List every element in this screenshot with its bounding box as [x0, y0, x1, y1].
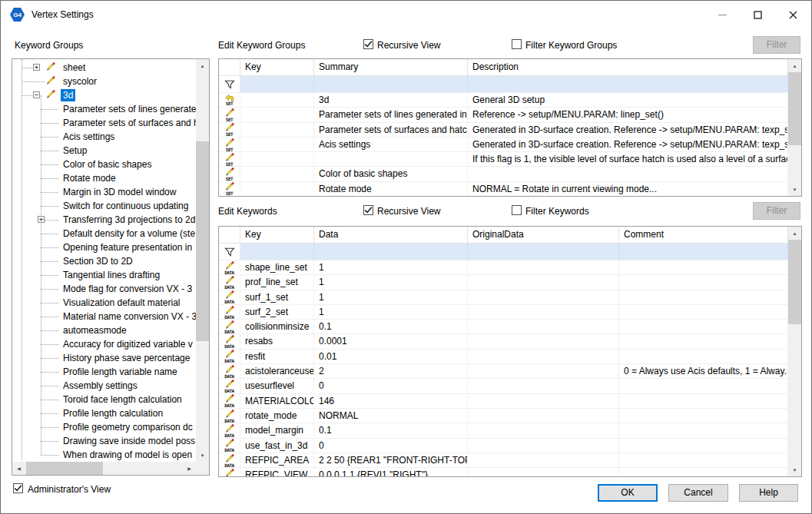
- tree-item[interactable]: Setup: [12, 144, 196, 158]
- tree-item[interactable]: Acis settings: [12, 130, 196, 144]
- column-header-data[interactable]: Data: [314, 227, 468, 243]
- table-row[interactable]: DATAsurf_2_set1: [219, 305, 788, 320]
- tree-vertical-scrollbar[interactable]: ▲ ▼: [196, 59, 209, 462]
- table-row[interactable]: DATAshape_line_set1: [219, 260, 788, 275]
- table-row[interactable]: SETParameter sets of surfaces and hatche…: [219, 123, 788, 138]
- recursive-view-groups-checkbox[interactable]: [363, 39, 373, 49]
- table-row[interactable]: DATAprof_line_set1: [219, 275, 788, 290]
- table-row[interactable]: DATAsurf_1_set1: [219, 290, 788, 305]
- table-row[interactable]: DATAMATERIALCOLOR146: [219, 394, 788, 409]
- table-row[interactable]: DATAcollisionminsize0.1: [219, 320, 788, 334]
- table-row[interactable]: DATAREFPIC_AREA2 2 50 {REAR1 "FRONT-RIGH…: [219, 453, 788, 468]
- tree-item[interactable]: Assembly settings: [12, 379, 196, 393]
- table-row[interactable]: DATAresabs0.0001: [219, 334, 788, 349]
- table-row[interactable]: SETRotate modeNORMAL = Rotate in current…: [219, 182, 788, 196]
- scroll-right-icon[interactable]: ▶: [183, 462, 196, 475]
- filter-input-cell[interactable]: [314, 244, 468, 260]
- tree-item[interactable]: Section 3D to 2D: [12, 254, 196, 268]
- filter-input-cell[interactable]: [240, 76, 314, 92]
- scrollbar-thumb[interactable]: [26, 462, 103, 475]
- tree-item[interactable]: Profile length variable name: [12, 365, 196, 379]
- tree-connector: [41, 192, 58, 193]
- tree-item[interactable]: When drawing of model is open: [12, 448, 196, 462]
- tree-item[interactable]: Parameter sets of lines generate: [12, 102, 196, 116]
- scroll-down-icon[interactable]: ▼: [196, 449, 209, 462]
- table-row[interactable]: DATAmodel_margin0.1: [219, 423, 788, 438]
- table-row[interactable]: DATArotate_modeNORMAL: [219, 409, 788, 423]
- filter-keyword-groups-checkbox[interactable]: [512, 39, 522, 49]
- tree-item[interactable]: automeasmode: [12, 323, 196, 337]
- tree-item[interactable]: Accuracy for digitized variable v: [12, 337, 196, 351]
- cell: [468, 350, 619, 363]
- column-header-comment[interactable]: Comment: [619, 227, 788, 243]
- tree-item[interactable]: −3d: [12, 88, 196, 102]
- filter-input-cell[interactable]: [240, 244, 314, 260]
- tree-item[interactable]: syscolor: [12, 75, 196, 88]
- tree-item[interactable]: Tangential lines drafting: [12, 268, 196, 282]
- tree-item[interactable]: Material name conversion VX - 3: [12, 310, 196, 323]
- ok-button[interactable]: OK: [598, 484, 658, 502]
- cancel-button[interactable]: Cancel: [668, 484, 728, 502]
- tree-item[interactable]: Profile geometry comparison dc: [12, 420, 196, 434]
- scroll-left-icon[interactable]: ◀: [12, 462, 25, 475]
- help-button[interactable]: Help: [739, 484, 798, 502]
- tree-item[interactable]: +sheet: [12, 61, 196, 75]
- filter-input-cell[interactable]: [314, 76, 468, 92]
- scrollbar-thumb[interactable]: [788, 240, 801, 324]
- administrators-view-checkbox[interactable]: [13, 483, 23, 493]
- expand-plus-icon[interactable]: +: [38, 216, 45, 223]
- tree-item[interactable]: Profile length calculation: [12, 406, 196, 420]
- tree-item[interactable]: Switch for continuous updating: [12, 199, 196, 213]
- column-header-description[interactable]: Description: [468, 59, 788, 75]
- tree-item[interactable]: Color of basic shapes: [12, 158, 196, 171]
- close-button[interactable]: [775, 2, 810, 28]
- table-row[interactable]: DATAusesurflevel0: [219, 379, 788, 393]
- filter-row[interactable]: [219, 76, 788, 93]
- tree-item[interactable]: Default density for a volume (ste: [12, 227, 196, 240]
- tree-item[interactable]: Opening feature presentation in: [12, 240, 196, 254]
- table-row[interactable]: SETIf this flag is 1, the visible level …: [219, 152, 788, 167]
- tree-item[interactable]: Drawing save inside model poss: [12, 434, 196, 448]
- filter-input-cell[interactable]: [468, 244, 619, 260]
- scroll-down-icon[interactable]: ▼: [788, 463, 801, 476]
- recursive-view-keywords-checkbox[interactable]: [363, 205, 373, 215]
- scroll-up-icon[interactable]: ▲: [788, 227, 801, 240]
- table-row[interactable]: SETColor of basic shapes: [219, 167, 788, 181]
- tree-item[interactable]: Mode flag for conversion VX - 3: [12, 282, 196, 296]
- filter-row[interactable]: [219, 244, 788, 260]
- tree-item[interactable]: Toroid face length calculation: [12, 393, 196, 406]
- groups-vertical-scrollbar[interactable]: ▲ ▼: [788, 59, 801, 196]
- column-header-key[interactable]: Key: [240, 59, 314, 75]
- scroll-up-icon[interactable]: ▲: [196, 59, 209, 72]
- column-header-key[interactable]: Key: [240, 227, 314, 243]
- scroll-up-icon[interactable]: ▲: [788, 59, 801, 72]
- table-row[interactable]: DATAresfit0.01: [219, 350, 788, 364]
- scrollbar-thumb[interactable]: [788, 72, 801, 145]
- table-row[interactable]: DATAREFPIC_VIEW0 0 0 1 1 {REVI1 "RIGHT"}: [219, 468, 788, 476]
- titlebar[interactable]: G4 Vertex Settings: [1, 1, 811, 28]
- table-row[interactable]: SET3dGeneral 3D setup: [219, 93, 788, 108]
- tree-item[interactable]: Parameter sets of surfaces and h: [12, 116, 196, 130]
- expand-plus-icon[interactable]: +: [33, 64, 40, 71]
- collapse-minus-icon[interactable]: −: [33, 91, 40, 98]
- scroll-down-icon[interactable]: ▼: [788, 183, 801, 196]
- filter-keywords-checkbox[interactable]: [512, 205, 522, 215]
- filter-input-cell[interactable]: [619, 244, 788, 260]
- table-row[interactable]: SETParameter sets of lines generated in …: [219, 108, 788, 122]
- tree-item[interactable]: +Transferring 3d projections to 2d: [12, 213, 196, 227]
- table-row[interactable]: DATAacistoleranceused20 = Always use Aci…: [219, 364, 788, 379]
- tree-item[interactable]: Rotate mode: [12, 171, 196, 185]
- table-row[interactable]: DATAuse_fast_in_3d0: [219, 439, 788, 453]
- tree-item[interactable]: Margin in 3D model window: [12, 185, 196, 199]
- scrollbar-thumb[interactable]: [196, 141, 209, 341]
- column-header-summary[interactable]: Summary: [314, 59, 468, 75]
- tree-horizontal-scrollbar[interactable]: ◀ ▶: [12, 462, 196, 475]
- tree-item[interactable]: History phase save percentage: [12, 351, 196, 365]
- tree-item[interactable]: Visualization default material: [12, 296, 196, 310]
- filter-input-cell[interactable]: [468, 76, 788, 92]
- maximize-button[interactable]: [740, 2, 775, 28]
- column-header-originaldata[interactable]: OriginalData: [468, 227, 619, 243]
- table-row[interactable]: SETAcis settingsGenerated in 3D-surface …: [219, 138, 788, 152]
- minimize-button[interactable]: [704, 2, 740, 28]
- keywords-vertical-scrollbar[interactable]: ▲ ▼: [788, 227, 801, 476]
